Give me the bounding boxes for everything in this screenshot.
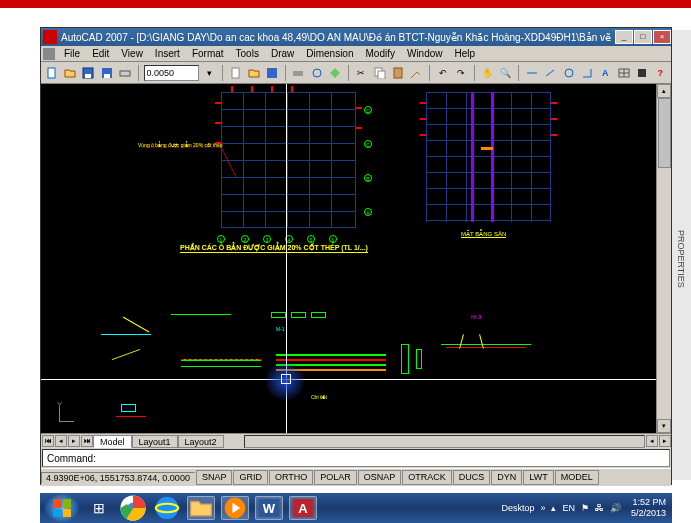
status-otrack[interactable]: OTRACK xyxy=(402,470,452,485)
command-line[interactable]: Command: xyxy=(42,449,670,467)
desktop-toolbar[interactable]: Desktop xyxy=(501,503,534,513)
menu-tools[interactable]: Tools xyxy=(230,48,265,59)
media-icon[interactable] xyxy=(221,496,249,520)
help-icon[interactable]: ? xyxy=(653,65,668,81)
save2-icon[interactable] xyxy=(265,65,280,81)
scroll-thumb[interactable] xyxy=(658,98,671,168)
saveas-icon[interactable] xyxy=(99,65,114,81)
text-icon[interactable]: A xyxy=(598,65,613,81)
scroll-up-icon[interactable]: ▴ xyxy=(657,84,671,98)
volume-icon[interactable]: 🔊 xyxy=(610,503,621,513)
menu-insert[interactable]: Insert xyxy=(149,48,186,59)
status-osnap[interactable]: OSNAP xyxy=(358,470,402,485)
tab-next-icon[interactable]: ▸ xyxy=(68,435,80,447)
scroll-down-icon[interactable]: ▾ xyxy=(657,419,671,433)
folder-icon[interactable] xyxy=(246,65,261,81)
word-icon[interactable]: W xyxy=(255,496,283,520)
autocad-taskbar-icon[interactable]: A xyxy=(289,496,317,520)
copy-icon[interactable] xyxy=(372,65,387,81)
desktop-chevron-icon[interactable]: » xyxy=(540,503,545,513)
menu-dimension[interactable]: Dimension xyxy=(300,48,359,59)
grid-bubble: A xyxy=(364,208,372,216)
menu-edit[interactable]: Edit xyxy=(86,48,115,59)
plot-icon[interactable] xyxy=(117,65,132,81)
status-ortho[interactable]: ORTHO xyxy=(269,470,313,485)
new-icon[interactable] xyxy=(44,65,59,81)
doc-control-icon[interactable] xyxy=(43,48,55,60)
close-button[interactable]: × xyxy=(653,30,671,44)
status-snap[interactable]: SNAP xyxy=(196,470,233,485)
tab-layout1[interactable]: Layout1 xyxy=(132,435,178,448)
language-indicator[interactable]: EN xyxy=(562,503,575,513)
menu-file[interactable]: File xyxy=(58,48,86,59)
vertical-scrollbar[interactable]: ▴ ▾ xyxy=(656,84,671,433)
menu-window[interactable]: Window xyxy=(401,48,449,59)
status-dyn[interactable]: DYN xyxy=(491,470,522,485)
scroll-right-icon[interactable]: ▸ xyxy=(659,435,671,447)
dim-angle-icon[interactable] xyxy=(579,65,594,81)
props-icon[interactable] xyxy=(634,65,649,81)
separator xyxy=(474,65,475,81)
properties-palette[interactable]: PROPERTIES xyxy=(671,30,691,480)
dim-radius-icon[interactable] xyxy=(561,65,576,81)
tab-model[interactable]: Model xyxy=(93,435,132,448)
status-model[interactable]: MODEL xyxy=(555,470,599,485)
status-polar[interactable]: POLAR xyxy=(314,470,357,485)
cut-icon[interactable]: ✂ xyxy=(354,65,369,81)
clock[interactable]: 1:52 PM 5/2/2013 xyxy=(631,497,666,519)
svg-rect-8 xyxy=(293,71,303,76)
table-icon[interactable] xyxy=(616,65,631,81)
tab-prev-icon[interactable]: ◂ xyxy=(55,435,67,447)
menu-modify[interactable]: Modify xyxy=(360,48,401,59)
undo-icon[interactable]: ↶ xyxy=(435,65,450,81)
status-lwt[interactable]: LWT xyxy=(523,470,553,485)
dim-linear-icon[interactable] xyxy=(524,65,539,81)
drawing-area[interactable]: D C B A 1 2 3 4 5 6 Vùng ô bảng được giả… xyxy=(41,84,671,433)
title-bar[interactable]: AutoCAD 2007 - [D:\GIANG DAY\Do an cac k… xyxy=(41,28,671,46)
detail-drawings: M-1 M-3 Chi tiết xyxy=(101,304,641,433)
crosshair-horizontal xyxy=(41,379,671,380)
flag-icon[interactable]: ⚑ xyxy=(581,503,589,513)
menu-view[interactable]: View xyxy=(115,48,149,59)
chrome-icon[interactable] xyxy=(119,496,147,520)
start-button[interactable] xyxy=(45,494,79,522)
ie-icon[interactable] xyxy=(153,496,181,520)
redo-icon[interactable]: ↷ xyxy=(453,65,468,81)
preview-icon[interactable] xyxy=(309,65,324,81)
open-icon[interactable] xyxy=(62,65,77,81)
menu-format[interactable]: Format xyxy=(186,48,230,59)
paste-icon[interactable] xyxy=(390,65,405,81)
horizontal-scrollbar[interactable] xyxy=(244,435,645,448)
window-controls: _ □ × xyxy=(614,30,671,44)
print-icon[interactable] xyxy=(291,65,306,81)
status-ducs[interactable]: DUCS xyxy=(453,470,491,485)
dropdown-icon[interactable]: ▾ xyxy=(202,65,217,81)
match-icon[interactable] xyxy=(409,65,424,81)
taskview-icon[interactable]: ⊞ xyxy=(85,496,113,520)
page-header-bar xyxy=(0,0,691,8)
scroll-left-icon[interactable]: ◂ xyxy=(646,435,658,447)
svg-rect-6 xyxy=(232,68,239,78)
pan-icon[interactable]: ✋ xyxy=(480,65,495,81)
sheet-icon[interactable] xyxy=(228,65,243,81)
maximize-button[interactable]: □ xyxy=(634,30,652,44)
zoom-icon[interactable]: 🔍 xyxy=(498,65,513,81)
menu-draw[interactable]: Draw xyxy=(265,48,300,59)
tab-first-icon[interactable]: ⏮ xyxy=(42,435,54,447)
save-icon[interactable] xyxy=(81,65,96,81)
svg-point-9 xyxy=(313,69,321,77)
publish-icon[interactable] xyxy=(327,65,342,81)
tab-layout2[interactable]: Layout2 xyxy=(178,435,224,448)
grid-bubble: 6 xyxy=(329,235,337,243)
grid-bubble: D xyxy=(364,106,372,114)
minimize-button[interactable]: _ xyxy=(615,30,633,44)
ltscale-combo[interactable] xyxy=(144,65,199,81)
grid-bubble: C xyxy=(364,140,372,148)
explorer-icon[interactable] xyxy=(187,496,215,520)
menu-help[interactable]: Help xyxy=(449,48,482,59)
network-icon[interactable]: 🖧 xyxy=(595,503,604,513)
tray-chevron-icon[interactable]: ▴ xyxy=(551,503,556,513)
dim-aligned-icon[interactable] xyxy=(543,65,558,81)
tab-last-icon[interactable]: ⏭ xyxy=(81,435,93,447)
status-grid[interactable]: GRID xyxy=(233,470,268,485)
